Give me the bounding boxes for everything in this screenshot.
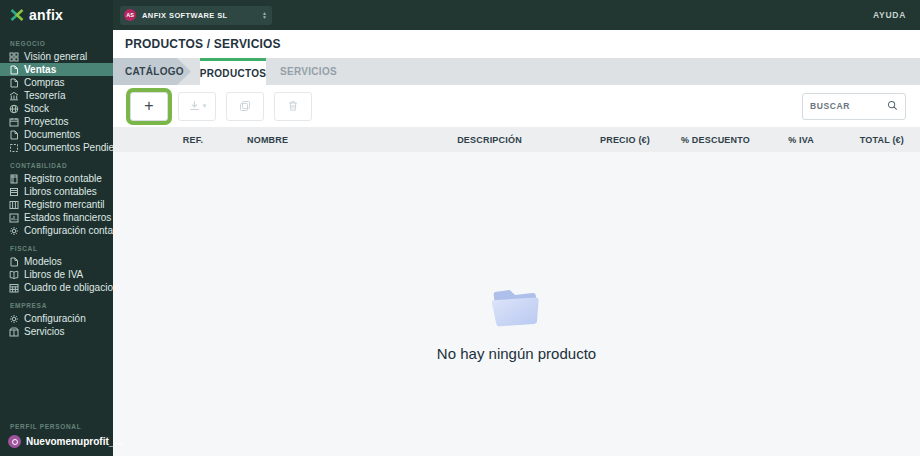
tab-catalogo[interactable]: CATÁLOGO — [113, 58, 191, 85]
sidebar-item-label: Stock — [24, 103, 49, 114]
section-label-negocio: NEGOCIO — [0, 32, 113, 50]
page-title: PRODUCTOS / SERVICIOS — [113, 30, 920, 58]
sidebar-item-estados-financieros[interactable]: Estados financieros — [0, 211, 113, 224]
anfix-app: anfix NEGOCIO Visión general Ventas Comp… — [0, 0, 920, 456]
tab-bar: CATÁLOGO PRODUCTOS SERVICIOS — [113, 58, 920, 85]
duplicate-button[interactable] — [226, 92, 264, 121]
financial-statements-icon — [9, 213, 19, 223]
download-button[interactable]: ▾ — [178, 92, 216, 121]
sidebar-item-label: Libros contables — [24, 186, 97, 197]
avatar — [8, 435, 21, 448]
sidebar-item-label: Compras — [24, 77, 65, 88]
sidebar-item-label: Cuadro de obligaciones — [24, 282, 113, 293]
section-label-empresa: EMPRESA — [0, 294, 113, 312]
tab-productos[interactable]: PRODUCTOS — [200, 58, 266, 85]
topbar: AS ANFIX SOFTWARE SL ▲▼ AYUDA — [113, 0, 920, 30]
sidebar-item-tesoreria[interactable]: Tesorería — [0, 89, 113, 102]
sidebar-item-label: Configuración — [24, 313, 86, 324]
download-icon — [188, 100, 201, 112]
main-content: PRODUCTOS / SERVICIOS CATÁLOGO PRODUCTOS… — [113, 30, 920, 456]
anfix-x-icon — [10, 9, 24, 21]
sidebar-item-modelos[interactable]: Modelos — [0, 255, 113, 268]
sidebar-item-label: Configuración contable — [24, 225, 113, 236]
sidebar-item-label: Tesorería — [24, 90, 66, 101]
column-header-ref: REF. — [139, 135, 247, 145]
sidebar-item-cuadro-de-obligaciones[interactable]: Cuadro de obligaciones — [0, 281, 113, 294]
sidebar-item-label: Documentos — [24, 129, 80, 140]
models-doc-icon — [9, 257, 19, 267]
empty-state: No hay ningún producto — [437, 280, 596, 362]
search-input[interactable] — [810, 101, 887, 111]
pending-documents-icon — [9, 143, 19, 153]
sales-doc-icon — [9, 65, 19, 75]
section-label-contabilidad: CONTABILIDAD — [0, 154, 113, 172]
sidebar-item-vision-general[interactable]: Visión general — [0, 50, 113, 63]
books-icon — [9, 187, 19, 197]
table-body: No hay ningún producto — [113, 152, 920, 456]
purchases-doc-icon — [9, 78, 19, 88]
accounting-settings-gear-icon — [9, 226, 19, 236]
search-icon — [887, 97, 898, 115]
column-header-iva: % IVA — [750, 135, 814, 145]
table-header-row: REF. NOMBRE DESCRIPCIÓN PRECIO (€) % DES… — [113, 127, 920, 152]
sidebar-item-documentos[interactable]: Documentos — [0, 128, 113, 141]
sidebar-item-compras[interactable]: Compras — [0, 76, 113, 89]
brand-name: anfix — [29, 7, 63, 23]
sidebar-item-label: Documentos Pendientes — [24, 142, 113, 153]
sidebar-item-proyectos[interactable]: Proyectos — [0, 115, 113, 128]
bank-icon — [9, 91, 19, 101]
overview-icon — [9, 52, 19, 62]
sidebar-item-ventas[interactable]: Ventas — [0, 63, 113, 76]
copy-icon — [239, 100, 251, 112]
toolbar: + ▾ — [113, 85, 920, 127]
projects-icon — [9, 117, 19, 127]
sidebar-item-registro-contable[interactable]: Registro contable — [0, 172, 113, 185]
company-name: ANFIX SOFTWARE SL — [142, 11, 257, 20]
sidebar-item-label: Servicios — [24, 326, 65, 337]
services-box-icon — [9, 327, 19, 337]
columns-icon — [9, 200, 19, 210]
ledger-icon — [9, 174, 19, 184]
column-header-precio: PRECIO (€) — [562, 135, 650, 145]
sidebar-item-documentos-pendientes[interactable]: Documentos Pendientes — [0, 141, 113, 154]
profile-block: PERFIL PERSONAL Nuevomenuprofit_... — [0, 415, 113, 456]
sidebar-item-label: Registro mercantil — [24, 199, 105, 210]
obligations-calendar-icon — [9, 283, 19, 293]
profile-menu[interactable]: Nuevomenuprofit_... — [0, 435, 113, 448]
add-product-button[interactable]: + — [130, 92, 168, 121]
sidebar-item-label: Visión general — [24, 51, 87, 62]
column-header-descripcion: DESCRIPCIÓN — [417, 135, 562, 145]
help-link[interactable]: AYUDA — [873, 10, 906, 20]
sidebar-item-configuracion[interactable]: Configuración — [0, 312, 113, 325]
trash-icon — [287, 100, 299, 112]
folder-icon — [484, 280, 550, 334]
delete-button[interactable] — [274, 92, 312, 121]
sidebar-item-label: Estados financieros — [24, 212, 111, 223]
sidebar-item-configuracion-contable[interactable]: Configuración contable — [0, 224, 113, 237]
search-box — [802, 93, 906, 120]
company-badge: AS — [124, 9, 136, 21]
selector-arrows-icon: ▲▼ — [257, 11, 272, 20]
sidebar-item-label: Ventas — [24, 64, 56, 75]
sidebar-item-libros-de-iva[interactable]: Libros de IVA — [0, 268, 113, 281]
section-label-fiscal: FISCAL — [0, 237, 113, 255]
profile-name: Nuevomenuprofit_... — [26, 436, 123, 447]
sidebar-item-label: Registro contable — [24, 173, 102, 184]
sidebar-item-label: Modelos — [24, 256, 62, 267]
company-selector[interactable]: AS ANFIX SOFTWARE SL ▲▼ — [120, 6, 272, 25]
column-header-nombre: NOMBRE — [247, 135, 417, 145]
anfix-logo[interactable]: anfix — [0, 0, 113, 30]
sidebar-item-libros-contables[interactable]: Libros contables — [0, 185, 113, 198]
column-header-descuento: % DESCUENTO — [650, 135, 750, 145]
sidebar: anfix NEGOCIO Visión general Ventas Comp… — [0, 0, 113, 456]
column-header-total: TOTAL (€) — [814, 135, 904, 145]
sidebar-item-servicios[interactable]: Servicios — [0, 325, 113, 338]
sidebar-item-registro-mercantil[interactable]: Registro mercantil — [0, 198, 113, 211]
sidebar-item-stock[interactable]: Stock — [0, 102, 113, 115]
sidebar-item-label: Libros de IVA — [24, 269, 83, 280]
sidebar-item-label: Proyectos — [24, 116, 68, 127]
tab-servicios[interactable]: SERVICIOS — [266, 58, 351, 85]
globe-icon — [9, 104, 19, 114]
settings-gear-icon — [9, 314, 19, 324]
section-label-perfil-personal: PERFIL PERSONAL — [0, 415, 113, 433]
